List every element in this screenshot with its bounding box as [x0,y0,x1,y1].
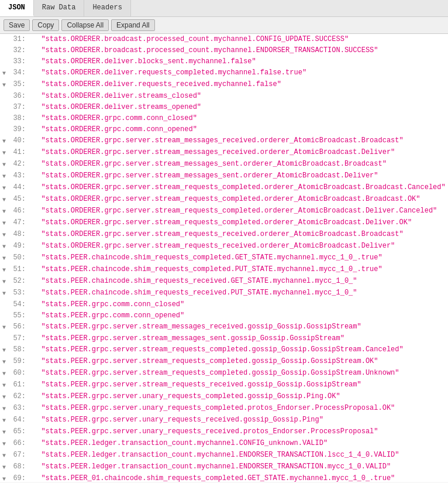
save-button[interactable]: Save [4,19,30,31]
expand-arrow-icon[interactable]: ▼ [0,67,8,79]
line-number: 64: [8,415,30,426]
expand-arrow-icon[interactable]: ▼ [0,344,8,356]
line-content: "stats.PEER.grpc.server.unary_requests_r… [30,415,323,426]
table-row: ▼53: "stats.PEER.chaincode.shim_requests… [0,287,448,299]
table-row: ▼45: "stats.ORDERER.grpc.server.stream_r… [0,194,448,205]
line-number: 69: [8,473,30,482]
table-row: ▼66: "stats.PEER.ledger.transaction_coun… [0,438,448,450]
expand-arrow-icon [0,124,8,125]
expand-arrow-icon[interactable]: ▼ [0,182,8,194]
expand-arrow-icon[interactable]: ▼ [0,135,8,147]
expand-arrow-icon[interactable]: ▼ [0,79,8,91]
table-row: 33: "stats.ORDERER.deliver.blocks_sent.m… [0,56,448,67]
line-content: "stats.PEER.grpc.server.stream_requests_… [30,379,361,390]
json-content: 31: "stats.ORDERER.broadcast.processed_c… [0,34,448,482]
line-number: 40: [8,135,30,146]
table-row: 38: "stats.ORDERER.grpc.comm.conn_closed… [0,113,448,124]
line-number: 32: [8,45,30,56]
line-number: 60: [8,368,30,379]
table-row: ▼52: "stats.PEER.chaincode.shim_requests… [0,276,448,287]
line-content: "stats.ORDERER.deliver.requests_complete… [30,67,306,78]
line-content: "stats.ORDERER.broadcast.processed_count… [30,45,378,56]
line-number: 33: [8,56,30,67]
table-row: ▼65: "stats.PEER.grpc.server.unary_reque… [0,426,448,438]
line-number: 44: [8,182,30,193]
expand-arrow-icon[interactable]: ▼ [0,229,8,241]
table-row: ▼67: "stats.PEER.ledger.transaction_coun… [0,450,448,461]
table-row: ▼43: "stats.ORDERER.grpc.server.stream_m… [0,170,448,182]
table-row: 57: "stats.PEER.grpc.server.stream_messa… [0,333,448,344]
expand-arrow-icon[interactable]: ▼ [0,356,8,368]
expand-arrow-icon[interactable]: ▼ [0,205,8,217]
line-number: 48: [8,229,30,240]
copy-button[interactable]: Copy [32,19,59,31]
expand-arrow-icon[interactable]: ▼ [0,403,8,415]
table-row: 54: "stats.PEER.grpc.comm.conn_closed" [0,299,448,310]
expand-arrow-icon [0,56,8,57]
table-row: 39: "stats.ORDERER.grpc.comm.conn_opened… [0,124,448,135]
table-row: ▼62: "stats.PEER.grpc.server.unary_reque… [0,391,448,403]
line-number: 63: [8,403,30,414]
table-row: ▼69: "stats.PEER_01.chaincode.shim_reque… [0,473,448,482]
expand-arrow-icon[interactable]: ▼ [0,252,8,264]
expand-arrow-icon [0,113,8,114]
line-number: 58: [8,344,30,355]
line-number: 52: [8,276,30,287]
line-number: 56: [8,321,30,333]
table-row: ▼47: "stats.ORDERER.grpc.server.stream_r… [0,217,448,229]
expand-arrow-icon[interactable]: ▼ [0,426,8,438]
expand-arrow-icon[interactable]: ▼ [0,461,8,473]
table-row: ▼61: "stats.PEER.grpc.server.stream_requ… [0,379,448,391]
expand-arrow-icon[interactable]: ▼ [0,473,8,482]
table-row: ▼48: "stats.ORDERER.grpc.server.stream_r… [0,229,448,241]
line-number: 36: [8,91,30,102]
line-number: 62: [8,391,30,402]
expand-arrow-icon[interactable]: ▼ [0,147,8,159]
table-row: 55: "stats.PEER.grpc.comm.conn_opened" [0,310,448,321]
expand-arrow-icon[interactable]: ▼ [0,194,8,205]
expand-arrow-icon[interactable]: ▼ [0,217,8,229]
expand-arrow-icon[interactable]: ▼ [0,438,8,450]
expand-arrow-icon[interactable]: ▼ [0,276,8,287]
line-number: 43: [8,170,30,181]
expand-arrow-icon[interactable]: ▼ [0,391,8,403]
expand-arrow-icon[interactable]: ▼ [0,170,8,182]
expand-arrow-icon[interactable]: ▼ [0,241,8,252]
line-number: 34: [8,67,30,78]
expand-arrow-icon[interactable]: ▼ [0,415,8,426]
table-row: ▼40: "stats.ORDERER.grpc.server.stream_m… [0,135,448,147]
expand-arrow-icon[interactable]: ▼ [0,379,8,391]
table-row: ▼51: "stats.PEER.chaincode.shim_requests… [0,264,448,276]
table-row: 31: "stats.ORDERER.broadcast.processed_c… [0,34,448,45]
expand-arrow-icon[interactable]: ▼ [0,450,8,461]
table-row: ▼46: "stats.ORDERER.grpc.server.stream_r… [0,205,448,217]
line-number: 45: [8,194,30,205]
line-number: 59: [8,356,30,367]
expand-all-button[interactable]: Expand All [111,19,155,31]
expand-arrow-icon [0,333,8,334]
expand-arrow-icon[interactable]: ▼ [0,287,8,299]
table-row: ▼35: "stats.ORDERER.deliver.requests_rec… [0,79,448,91]
expand-arrow-icon [0,91,8,91]
line-content: "stats.PEER.chaincode.shim_requests_comp… [30,264,382,275]
line-content: "stats.ORDERER.grpc.server.stream_reques… [30,205,437,217]
line-content: "stats.PEER.grpc.server.stream_requests_… [30,368,399,379]
collapse-all-button[interactable]: Collapse All [61,19,109,31]
tab-rawdata[interactable]: Raw Data [34,0,85,16]
table-row: ▼60: "stats.PEER.grpc.server.stream_requ… [0,368,448,379]
expand-arrow-icon [0,310,8,311]
line-content: "stats.PEER.grpc.server.stream_messages_… [30,321,361,333]
tab-headers[interactable]: Headers [84,0,130,16]
line-content: "stats.ORDERER.grpc.server.stream_reques… [30,229,404,240]
tab-json[interactable]: JSON [0,0,34,16]
line-content: "stats.ORDERER.grpc.server.stream_messag… [30,170,378,181]
line-content: "stats.ORDERER.deliver.streams_closed" [30,91,201,102]
line-number: 47: [8,217,30,228]
expand-arrow-icon[interactable]: ▼ [0,264,8,276]
line-content: "stats.PEER.grpc.server.stream_messages_… [30,333,344,344]
line-content: "stats.ORDERER.grpc.server.stream_messag… [30,159,387,170]
expand-arrow-icon[interactable]: ▼ [0,368,8,379]
expand-arrow-icon[interactable]: ▼ [0,159,8,170]
expand-arrow-icon[interactable]: ▼ [0,321,8,333]
line-number: 68: [8,461,30,472]
